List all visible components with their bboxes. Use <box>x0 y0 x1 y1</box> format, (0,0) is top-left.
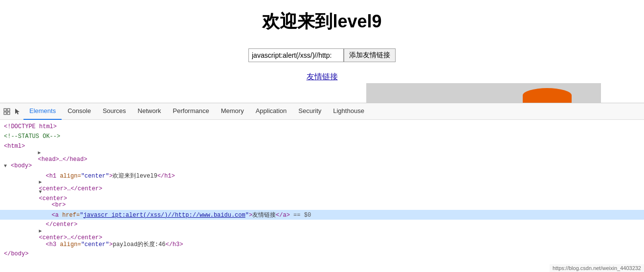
tab-console[interactable]: Console <box>62 103 97 120</box>
cursor-icon[interactable] <box>13 107 22 116</box>
devtools-panel: Elements Console Sources Network Perform… <box>0 103 644 272</box>
tab-elements[interactable]: Elements <box>23 103 62 120</box>
friend-link[interactable]: 友情链接 <box>307 72 338 82</box>
code-line: <center>…</center> <box>0 181 644 190</box>
code-line: <head>…</head> <box>0 151 644 161</box>
expand-arrow[interactable] <box>39 189 44 195</box>
inspect-icon[interactable] <box>2 107 12 116</box>
expand-arrow[interactable] <box>4 163 9 169</box>
tab-lighthouse[interactable]: Lighthouse <box>327 103 370 120</box>
tab-list: Elements Console Sources Network Perform… <box>23 103 370 119</box>
svg-marker-4 <box>15 109 20 114</box>
status-url: https://blog.csdn.net/weixin_4403232 <box>553 265 641 271</box>
tab-network[interactable]: Network <box>132 103 167 120</box>
svg-rect-1 <box>7 109 10 111</box>
tab-sources[interactable]: Sources <box>97 103 132 120</box>
code-line: <!--STATUS OK--> <box>0 132 644 141</box>
status-bar: https://blog.csdn.net/weixin_4403232 <box>550 264 644 272</box>
collapse-arrow[interactable] <box>38 150 43 156</box>
url-input[interactable] <box>248 48 344 62</box>
code-panel: <!DOCTYPE html> <!--STATUS OK--> <html> … <box>0 120 644 272</box>
code-line: <html> <box>0 141 644 151</box>
page-title: 欢迎来到level9 <box>262 10 381 34</box>
svg-rect-2 <box>4 112 6 114</box>
orange-shape <box>523 88 572 103</box>
tab-performance[interactable]: Performance <box>167 103 215 120</box>
code-line-highlighted: <a href="javascr_ipt:alert(/xss/)//http:… <box>0 210 644 220</box>
code-line: <!DOCTYPE html> <box>0 122 644 132</box>
svg-rect-3 <box>7 112 10 114</box>
input-row: 添加友情链接 <box>248 48 396 62</box>
tab-security[interactable]: Security <box>292 103 327 120</box>
svg-rect-0 <box>4 109 6 111</box>
devtools-toolbar: Elements Console Sources Network Perform… <box>0 103 644 120</box>
tab-application[interactable]: Application <box>250 103 293 120</box>
add-friend-link-button[interactable]: 添加友情链接 <box>344 48 396 62</box>
code-line: <h3 align="center">payload的长度:46</h3> <box>0 239 644 249</box>
page-content: 欢迎来到level9 添加友情链接 友情链接 <box>0 0 644 103</box>
tab-memory[interactable]: Memory <box>215 103 250 120</box>
